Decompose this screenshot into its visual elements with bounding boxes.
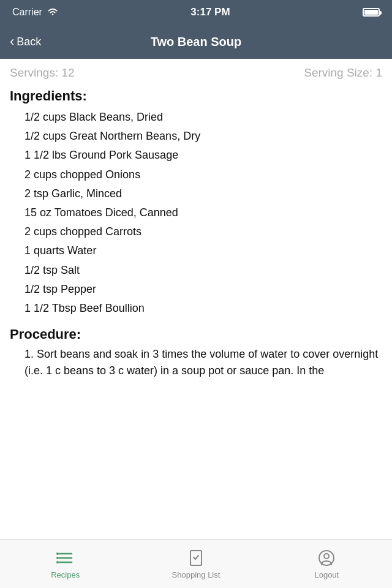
- list-item: 2 cups chopped Carrots: [10, 222, 382, 241]
- list-item: 1 1/2 Tbsp Beef Boullion: [10, 299, 382, 318]
- meta-row: Servings: 12 Serving Size: 1: [10, 66, 382, 80]
- tab-logout[interactable]: Logout: [262, 540, 392, 588]
- logout-icon: [317, 548, 336, 568]
- procedure-heading: Procedure:: [10, 326, 382, 342]
- svg-point-8: [324, 554, 329, 559]
- ingredients-heading: Ingredients:: [10, 88, 382, 104]
- list-item: 1 1/2 lbs Ground Pork Sausage: [10, 146, 382, 165]
- list-item: 2 tsp Garlic, Minced: [10, 184, 382, 203]
- back-button[interactable]: ‹ Back: [10, 35, 59, 48]
- list-item: 1 quarts Water: [10, 241, 382, 260]
- svg-point-4: [56, 557, 59, 559]
- status-bar: Carrier 3:17 PM: [0, 0, 392, 24]
- page-title: Two Bean Soup: [59, 35, 333, 49]
- shopping-tab-label: Shopping List: [172, 570, 221, 579]
- recipes-tab-label: Recipes: [51, 570, 80, 579]
- back-chevron-icon: ‹: [10, 35, 14, 48]
- tab-recipes[interactable]: Recipes: [0, 540, 130, 588]
- list-item: 1/2 tsp Salt: [10, 261, 382, 280]
- serving-size-label: Serving Size: 1: [304, 66, 382, 80]
- svg-point-3: [56, 552, 59, 555]
- content-area: Servings: 12 Serving Size: 1 Ingredients…: [0, 59, 392, 539]
- tab-shopping[interactable]: Shopping List: [130, 540, 261, 588]
- list-item: 1/2 cups Black Beans, Dried: [10, 108, 382, 127]
- battery-icon: [363, 8, 380, 17]
- procedure-text: 1. Sort beans and soak in 3 times the vo…: [10, 346, 382, 379]
- wifi-icon: [47, 8, 58, 17]
- carrier-text: Carrier: [12, 7, 42, 18]
- list-item: 1/2 cups Great Northern Beans, Dry: [10, 127, 382, 146]
- shopping-list-icon: [186, 548, 206, 568]
- recipes-icon: [56, 548, 75, 568]
- logout-tab-label: Logout: [314, 570, 339, 579]
- list-item: 1/2 tsp Pepper: [10, 280, 382, 299]
- list-item: 15 oz Tomatoes Diced, Canned: [10, 203, 382, 222]
- nav-bar: ‹ Back Two Bean Soup: [0, 24, 392, 59]
- status-bar-right: [363, 8, 380, 17]
- ingredient-list: 1/2 cups Black Beans, Dried1/2 cups Grea…: [10, 108, 382, 318]
- list-item: 2 cups chopped Onions: [10, 165, 382, 184]
- back-label: Back: [17, 36, 41, 48]
- servings-label: Servings: 12: [10, 66, 75, 80]
- tab-bar: Recipes Shopping List Logout: [0, 539, 392, 588]
- status-bar-left: Carrier: [12, 7, 58, 18]
- svg-point-5: [56, 561, 59, 564]
- status-time: 3:17 PM: [190, 6, 230, 18]
